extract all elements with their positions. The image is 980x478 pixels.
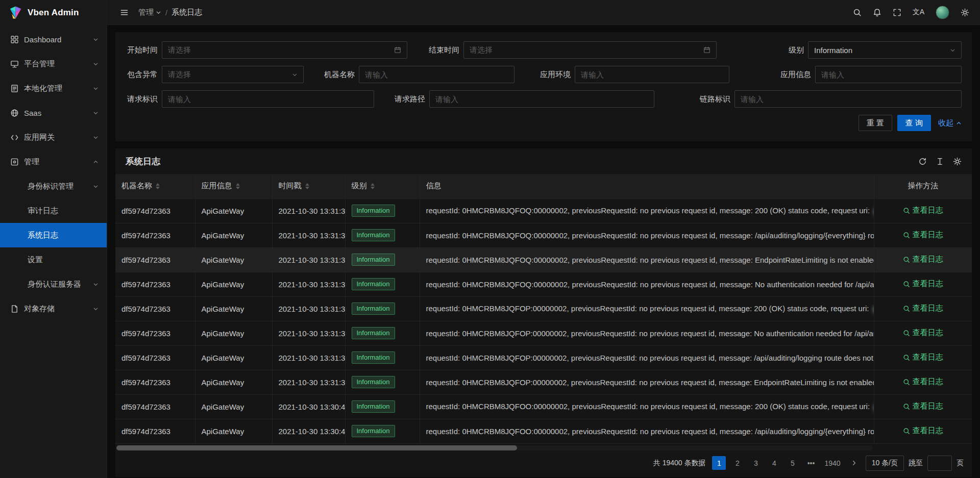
view-log-button[interactable]: 查看日志 xyxy=(903,206,943,215)
sidebar-item-management[interactable]: 管理 xyxy=(0,149,107,174)
horizontal-scrollbar[interactable] xyxy=(116,445,873,450)
level-badge: Information xyxy=(352,351,395,364)
reset-button[interactable]: 重 置 xyxy=(859,115,892,131)
chevron-down-icon xyxy=(93,282,99,287)
end-time-picker[interactable]: 请选择 xyxy=(463,41,717,59)
view-log-button[interactable]: 查看日志 xyxy=(903,401,943,411)
chevron-down-icon xyxy=(156,10,161,15)
app-info-label: 应用信息 xyxy=(779,70,811,80)
col-app-info[interactable]: 应用信息 xyxy=(195,174,272,198)
search-icon[interactable] xyxy=(847,0,867,25)
sidebar-item-dashboard[interactable]: Dashboard xyxy=(0,27,107,52)
sidebar-item-system-logs[interactable]: 系统日志 xyxy=(0,223,107,247)
gear-icon[interactable] xyxy=(955,0,975,25)
cell-message: requestId: 0HMCRBM8JQFOO:00000002, previ… xyxy=(420,394,874,419)
jump-page-input[interactable] xyxy=(927,456,952,471)
cell-actions: 查看日志 xyxy=(874,198,972,223)
view-log-button[interactable]: 查看日志 xyxy=(903,377,943,387)
fullscreen-icon[interactable] xyxy=(887,0,907,25)
view-log-button[interactable]: 查看日志 xyxy=(903,255,943,264)
cell-level: Information xyxy=(345,370,420,394)
table-row[interactable]: df5974d72363 ApiGateWay 2021-10-30 13:31… xyxy=(115,198,972,223)
magnifier-icon xyxy=(903,379,910,386)
column-settings-icon[interactable] xyxy=(953,157,962,166)
level-select[interactable]: Information xyxy=(808,41,962,59)
table-row[interactable]: df5974d72363 ApiGateWay 2021-10-30 13:31… xyxy=(115,272,972,296)
cell-level: Information xyxy=(345,198,420,223)
sidebar-item-identity-management[interactable]: 身份标识管理 xyxy=(0,174,107,198)
sidebar-item-platform-management[interactable]: 平台管理 xyxy=(0,52,107,76)
sidebar-item-localization-management[interactable]: 本地化管理 xyxy=(0,76,107,100)
page-button[interactable]: 1940 xyxy=(822,456,842,470)
view-log-button[interactable]: 查看日志 xyxy=(903,230,943,240)
include-exception-label: 包含异常 xyxy=(126,70,158,80)
chevron-down-icon xyxy=(93,135,99,140)
request-id-input[interactable] xyxy=(162,90,374,108)
sidebar-item-saas[interactable]: Saas xyxy=(0,100,107,125)
magnifier-icon xyxy=(903,330,910,337)
chevron-down-icon xyxy=(93,184,99,189)
breadcrumb-management[interactable]: 管理 xyxy=(138,8,161,17)
machine-name-input[interactable] xyxy=(359,66,514,83)
page-button[interactable]: 1 xyxy=(712,456,726,470)
jump-unit-label: 页 xyxy=(957,459,964,468)
table-row[interactable]: df5974d72363 ApiGateWay 2021-10-30 13:31… xyxy=(115,345,972,370)
start-time-picker[interactable]: 请选择 xyxy=(162,41,407,59)
app-env-input[interactable] xyxy=(575,66,729,83)
view-log-button[interactable]: 查看日志 xyxy=(903,304,943,313)
refresh-icon[interactable] xyxy=(918,157,927,166)
app-env-label: 应用环境 xyxy=(538,70,571,80)
page-button[interactable]: 5 xyxy=(786,456,799,470)
sidebar-item-audit-logs[interactable]: 审计日志 xyxy=(0,198,107,223)
col-timestamp[interactable]: 时间戳 xyxy=(272,174,345,198)
table-row[interactable]: df5974d72363 ApiGateWay 2021-10-30 13:31… xyxy=(115,321,972,345)
scrollbar-thumb[interactable] xyxy=(116,445,517,450)
table-row[interactable]: df5974d72363 ApiGateWay 2021-10-30 13:30… xyxy=(115,394,972,419)
trace-id-input[interactable] xyxy=(734,90,962,108)
app-info-input[interactable] xyxy=(815,66,962,83)
logo[interactable]: Vben Admin xyxy=(0,0,107,25)
col-level[interactable]: 级别 xyxy=(345,174,420,198)
page-size-select[interactable]: 10 条/页 xyxy=(866,456,904,471)
table-row[interactable]: df5974d72363 ApiGateWay 2021-10-30 13:30… xyxy=(115,419,972,443)
bell-icon[interactable] xyxy=(867,0,887,25)
translate-icon[interactable]: 文A xyxy=(907,0,930,25)
sidebar-item-app-gateway[interactable]: 应用网关 xyxy=(0,125,107,149)
level-badge: Information xyxy=(352,400,395,413)
magnifier-icon xyxy=(903,207,910,214)
collapse-toggle[interactable]: 收起 xyxy=(938,118,962,128)
avatar[interactable] xyxy=(930,0,955,25)
cell-level: Information xyxy=(345,394,420,419)
request-path-input[interactable] xyxy=(429,90,654,108)
page-button[interactable]: 4 xyxy=(767,456,781,470)
sidebar-item-auth-server[interactable]: 身份认证服务器 xyxy=(0,272,107,296)
filter-field-trace-id: 链路标识 xyxy=(698,90,962,108)
sidebar-item-object-storage[interactable]: 对象存储 xyxy=(0,296,107,321)
view-log-button[interactable]: 查看日志 xyxy=(903,426,943,436)
query-button[interactable]: 查 询 xyxy=(897,115,931,131)
sidebar-item-settings[interactable]: 设置 xyxy=(0,247,107,272)
magnifier-icon xyxy=(903,354,910,361)
view-log-button[interactable]: 查看日志 xyxy=(903,279,943,289)
next-page-button[interactable] xyxy=(847,456,861,470)
main-area: 管理 / 系统日志 文A xyxy=(107,0,980,478)
gateway-icon xyxy=(10,133,19,142)
page-button[interactable]: 2 xyxy=(730,456,744,470)
menu-fold-icon[interactable] xyxy=(114,0,134,25)
cell-machine-name: df5974d72363 xyxy=(115,345,195,370)
page-button[interactable]: ••• xyxy=(804,456,818,470)
view-log-button[interactable]: 查看日志 xyxy=(903,353,943,362)
chevron-down-icon xyxy=(93,61,99,67)
page-button[interactable]: 3 xyxy=(749,456,763,470)
view-log-button[interactable]: 查看日志 xyxy=(903,328,943,338)
table-row[interactable]: df5974d72363 ApiGateWay 2021-10-30 13:31… xyxy=(115,296,972,321)
cell-message: requestId: 0HMCRBM8JQFOO:00000002, previ… xyxy=(420,419,874,443)
cell-level: Information xyxy=(345,296,420,321)
col-machine-name[interactable]: 机器名称 xyxy=(115,174,195,198)
row-height-icon[interactable] xyxy=(936,157,944,166)
start-time-label: 开始时间 xyxy=(126,45,158,55)
table-row[interactable]: df5974d72363 ApiGateWay 2021-10-30 13:31… xyxy=(115,370,972,394)
include-exception-select[interactable]: 请选择 xyxy=(162,66,304,83)
table-row[interactable]: df5974d72363 ApiGateWay 2021-10-30 13:31… xyxy=(115,223,972,247)
table-row[interactable]: df5974d72363 ApiGateWay 2021-10-30 13:31… xyxy=(115,247,972,272)
